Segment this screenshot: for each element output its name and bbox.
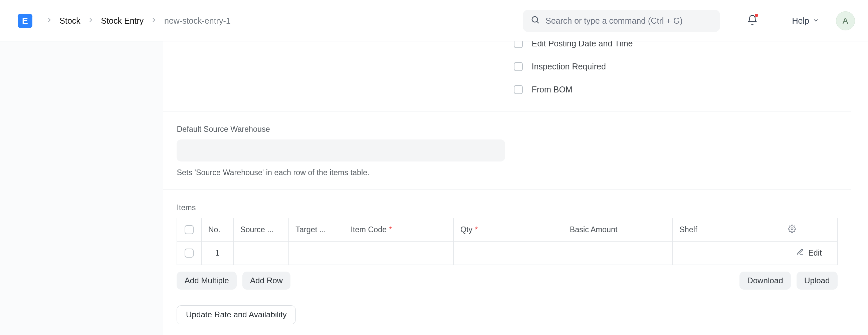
add-row-button[interactable]: Add Row: [242, 272, 291, 290]
pencil-icon: [797, 248, 804, 258]
label-default-source-warehouse: Default Source Warehouse: [177, 125, 837, 134]
th-source[interactable]: Source ...: [234, 218, 288, 241]
edit-label: Edit: [808, 248, 822, 258]
th-item-code[interactable]: Item Code*: [344, 218, 453, 241]
table-row[interactable]: 1 Edit: [177, 241, 837, 265]
cell-shelf[interactable]: [673, 241, 781, 265]
th-shelf[interactable]: Shelf: [673, 218, 781, 241]
avatar[interactable]: A: [836, 11, 855, 30]
download-button[interactable]: Download: [740, 272, 791, 290]
breadcrumb: Stock Stock Entry new-stock-entry-1: [46, 16, 231, 26]
th-configure-columns[interactable]: [781, 218, 837, 241]
update-rate-button[interactable]: Update Rate and Availability: [177, 305, 296, 324]
help-dropdown[interactable]: Help: [792, 16, 819, 26]
table-buttons: Add Multiple Add Row Download Upload: [177, 272, 837, 290]
cell-select: [177, 241, 201, 265]
label-items: Items: [177, 203, 837, 212]
notification-dot: [755, 14, 758, 17]
input-default-source-warehouse[interactable]: [177, 139, 505, 162]
desc-default-source-warehouse: Sets 'Source Warehouse' in each row of t…: [177, 168, 837, 177]
th-qty[interactable]: Qty*: [453, 218, 563, 241]
required-star: *: [389, 225, 392, 234]
divider: [775, 13, 776, 29]
breadcrumb-current: new-stock-entry-1: [164, 16, 231, 26]
app-logo[interactable]: E: [18, 14, 32, 28]
form-card: Edit Posting Date and Time Inspection Re…: [163, 41, 850, 335]
svg-point-2: [791, 228, 793, 230]
th-basic-amount[interactable]: Basic Amount: [563, 218, 673, 241]
th-qty-label: Qty: [460, 225, 472, 234]
checkbox-from-bom[interactable]: [514, 85, 523, 94]
checkbox-row[interactable]: [185, 248, 194, 258]
edit-row-button[interactable]: Edit: [788, 248, 831, 258]
search-input[interactable]: Search or type a command (Ctrl + G): [523, 10, 720, 32]
breadcrumb-stock-entry[interactable]: Stock Entry: [101, 16, 144, 26]
checkbox-inspection-required[interactable]: [514, 62, 523, 71]
required-star: *: [475, 225, 478, 234]
checkbox-select-all[interactable]: [185, 225, 194, 234]
avatar-initial: A: [843, 16, 848, 26]
cell-basic-amount[interactable]: [563, 241, 673, 265]
cell-edit: Edit: [781, 241, 837, 265]
chevron-right-icon: [150, 16, 158, 26]
svg-line-1: [537, 22, 539, 23]
chevron-right-icon: [87, 16, 94, 26]
checkbox-edit-posting[interactable]: [514, 41, 523, 48]
chevron-down-icon: [813, 16, 819, 26]
cell-qty[interactable]: [453, 241, 563, 265]
cell-source[interactable]: [234, 241, 288, 265]
checks-section: Edit Posting Date and Time Inspection Re…: [163, 41, 850, 94]
cell-item-code[interactable]: [344, 241, 453, 265]
label-edit-posting: Edit Posting Date and Time: [531, 41, 633, 48]
cell-no: 1: [201, 241, 234, 265]
th-no: No.: [201, 218, 234, 241]
add-multiple-button[interactable]: Add Multiple: [177, 272, 237, 290]
svg-point-0: [532, 17, 538, 22]
label-inspection-required: Inspection Required: [531, 62, 606, 71]
navbar: E Stock Stock Entry new-stock-entry-1 Se…: [0, 0, 868, 41]
search-placeholder: Search or type a command (Ctrl + G): [546, 16, 683, 26]
upload-button[interactable]: Upload: [797, 272, 838, 290]
notifications-button[interactable]: [747, 14, 758, 27]
source-warehouse-section: Default Source Warehouse Sets 'Source Wa…: [163, 111, 850, 177]
breadcrumb-stock[interactable]: Stock: [59, 16, 81, 26]
items-section: Items No. Source ... Target ... Item Cod…: [163, 190, 850, 324]
th-target[interactable]: Target ...: [289, 218, 344, 241]
label-from-bom: From BOM: [531, 85, 572, 94]
cell-target[interactable]: [289, 241, 344, 265]
gear-icon: [788, 226, 796, 235]
th-select-all: [177, 218, 201, 241]
items-table: No. Source ... Target ... Item Code* Qty…: [177, 218, 837, 265]
search-icon: [530, 15, 540, 26]
help-label: Help: [792, 16, 809, 26]
left-gutter: [0, 41, 163, 335]
th-item-code-label: Item Code: [351, 225, 387, 234]
table-header-row: No. Source ... Target ... Item Code* Qty…: [177, 218, 837, 241]
chevron-right-icon: [46, 16, 53, 26]
